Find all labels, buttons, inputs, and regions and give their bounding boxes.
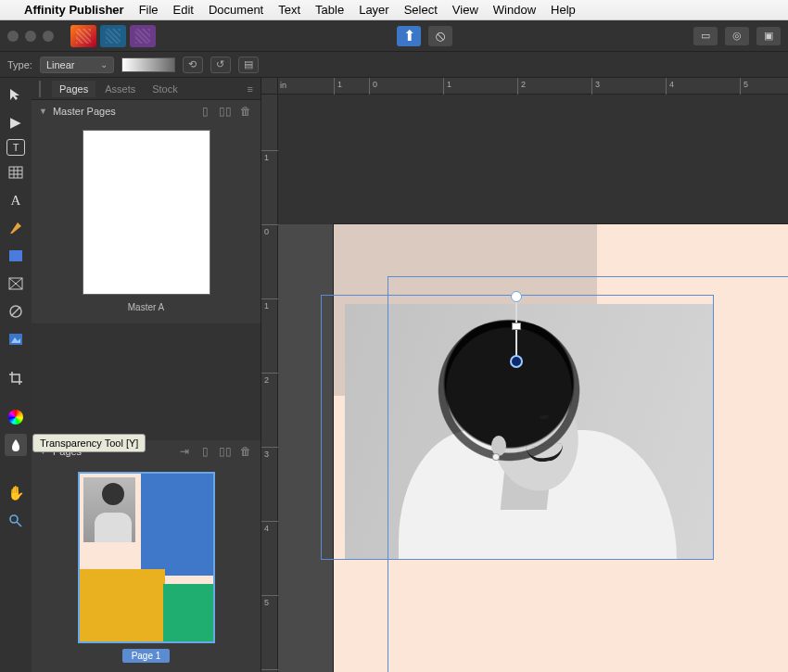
menu-help[interactable]: Help: [551, 3, 576, 17]
view-pan-tool[interactable]: ✋: [5, 482, 27, 504]
horizontal-ruler[interactable]: in 1 0 1 2 3 4 5 6: [278, 78, 788, 95]
panel-tab-row: Pages Assets Stock ≡: [32, 78, 261, 100]
gradient-start-node[interactable]: [511, 291, 522, 302]
tab-pages[interactable]: Pages: [52, 81, 95, 97]
menu-document[interactable]: Document: [209, 3, 263, 17]
svg-rect-0: [9, 167, 22, 178]
tool-separator: [5, 462, 27, 476]
place-image-tool[interactable]: [5, 328, 27, 350]
menu-view[interactable]: View: [452, 3, 478, 17]
selection-bounding-box[interactable]: [321, 295, 714, 560]
frame-text-tool[interactable]: T: [6, 139, 25, 156]
transparency-gradient-handle[interactable]: [515, 297, 517, 361]
menu-layer[interactable]: Layer: [359, 3, 389, 17]
tab-assets[interactable]: Assets: [97, 81, 143, 97]
photo-persona-tab[interactable]: [130, 25, 156, 47]
window-titlebar: ⬆ ⦸ ▭ ◎ ▣: [0, 20, 788, 52]
type-label: Type:: [7, 59, 32, 70]
table-tool[interactable]: [5, 161, 27, 184]
fill-tool[interactable]: [5, 300, 27, 323]
single-page-view-icon[interactable]: ▯: [197, 104, 212, 119]
pen-tool[interactable]: [5, 217, 27, 239]
gradient-end-node[interactable]: [510, 355, 523, 368]
ruler-unit: in: [280, 81, 286, 90]
rectangle-tool[interactable]: [5, 245, 27, 267]
preflight-upload-icon[interactable]: ⬆: [397, 26, 421, 46]
window-controls: [7, 31, 54, 42]
rotate-gradient-button[interactable]: ↺: [210, 57, 231, 73]
menu-table[interactable]: Table: [315, 3, 344, 17]
artistic-text-tool[interactable]: A: [5, 189, 27, 211]
menu-window[interactable]: Window: [493, 3, 536, 17]
menu-edit[interactable]: Edit: [173, 3, 194, 17]
tool-separator: [5, 395, 27, 400]
svg-line-13: [17, 522, 21, 526]
color-picker-tool[interactable]: [5, 406, 27, 428]
add-spread-icon[interactable]: ▯▯: [218, 444, 233, 459]
svg-line-9: [11, 307, 20, 316]
gradient-type-dropdown[interactable]: Linear: [40, 57, 114, 73]
add-page-icon[interactable]: ▯: [197, 444, 212, 459]
context-toolbar: Type: Linear ⟲ ↺ ▤: [0, 52, 788, 78]
master-page-thumbnail[interactable]: [83, 130, 210, 295]
move-tool[interactable]: [5, 83, 27, 106]
designer-persona-tab[interactable]: [100, 25, 126, 47]
node-tool[interactable]: ▶: [5, 111, 27, 133]
zoom-tool[interactable]: [5, 510, 27, 532]
persona-switcher: [70, 25, 156, 47]
menu-select[interactable]: Select: [404, 3, 438, 17]
page-1-thumbnail[interactable]: [78, 472, 215, 643]
panel-drag-handle[interactable]: [39, 81, 44, 97]
view-mode-split-icon[interactable]: ◎: [725, 27, 749, 45]
picture-frame-tool[interactable]: [5, 273, 27, 295]
app-window: ⬆ ⦸ ▭ ◎ ▣ Type: Linear ⟲ ↺ ▤ ▶ T A: [0, 20, 788, 672]
zoom-window-button[interactable]: [43, 31, 54, 42]
reverse-gradient-button[interactable]: ⟲: [183, 57, 203, 73]
macos-menubar: Affinity Publisher File Edit Document Te…: [0, 0, 788, 20]
gradient-swatch[interactable]: [121, 57, 175, 72]
svg-point-12: [10, 515, 18, 523]
pages-panel: Pages Assets Stock ≡ ▼ Master Pages ▯ ▯▯…: [32, 78, 261, 672]
tab-stock[interactable]: Stock: [145, 81, 185, 97]
minimize-window-button[interactable]: [25, 31, 36, 42]
vertical-ruler[interactable]: 1 0 1 2 3 4 5 6: [261, 78, 278, 672]
master-pages-header[interactable]: ▼ Master Pages ▯ ▯▯ 🗑: [32, 100, 261, 122]
vector-crop-tool[interactable]: [5, 367, 27, 389]
collapse-icon: ▼: [39, 107, 47, 116]
menu-file[interactable]: File: [139, 3, 159, 17]
transparency-tool-tooltip: Transparency Tool [Y]: [32, 434, 146, 452]
gradient-midpoint-node[interactable]: [512, 323, 521, 330]
document-canvas[interactable]: 1 0 1 2 3 4 5 6 in 1 0 1 2 3 4 5 6: [261, 78, 788, 672]
tools-panel: ▶ T A Transparency Tool [Y] ✋: [0, 78, 32, 672]
pages-options-icon[interactable]: ⇥: [177, 444, 192, 459]
delete-master-icon[interactable]: 🗑: [238, 104, 253, 119]
master-pages-label: Master Pages: [53, 106, 116, 117]
app-name[interactable]: Affinity Publisher: [24, 3, 124, 17]
ruler-origin[interactable]: [261, 78, 278, 95]
transparency-tool[interactable]: Transparency Tool [Y]: [5, 434, 27, 456]
publisher-persona-tab[interactable]: [70, 25, 96, 47]
menu-text[interactable]: Text: [278, 3, 300, 17]
master-page-label: Master A: [128, 302, 164, 312]
page-1-label: Page 1: [122, 649, 171, 663]
view-mode-preview-icon[interactable]: ▣: [756, 27, 781, 45]
delete-page-icon[interactable]: 🗑: [238, 444, 253, 459]
gradient-options-button[interactable]: ▤: [238, 57, 259, 73]
close-window-button[interactable]: [7, 31, 19, 42]
tool-separator: [5, 356, 27, 361]
view-mode-normal-icon[interactable]: ▭: [693, 27, 718, 45]
facing-pages-view-icon[interactable]: ▯▯: [218, 104, 233, 119]
preflight-status-icon[interactable]: ⦸: [428, 26, 452, 46]
panel-menu-icon[interactable]: ≡: [248, 83, 261, 95]
